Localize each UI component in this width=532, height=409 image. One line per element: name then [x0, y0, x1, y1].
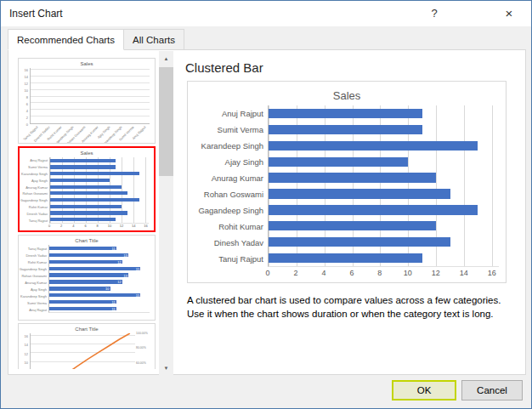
- category-axis: Anuj RajputSumit VermaKarandeep SinghAja…: [190, 105, 268, 267]
- category-label: Anuj Rajput: [21, 157, 49, 164]
- axis-tick-label: 12: [25, 351, 28, 355]
- bar: [269, 125, 422, 134]
- axis-tick-label: 6: [349, 269, 354, 277]
- bar: [50, 198, 139, 202]
- category-label: Karandeep Singh: [20, 293, 48, 299]
- axis-tick-label: 10: [25, 361, 28, 365]
- axis-tick-label: 0: [265, 269, 269, 277]
- axis-tick-label: 8: [377, 269, 382, 277]
- help-icon[interactable]: ?: [421, 1, 448, 26]
- data-label: 11: [112, 307, 116, 311]
- dialog-footer: OK Cancel: [1, 373, 531, 408]
- tab-all-charts[interactable]: All Charts: [124, 29, 184, 50]
- category-label: Karandeep Singh: [21, 171, 49, 178]
- axis-tick-label: 6: [84, 224, 86, 228]
- close-icon[interactable]: ×: [492, 1, 526, 26]
- cancel-button[interactable]: Cancel: [461, 380, 523, 400]
- axis-tick-label: 6: [26, 102, 28, 106]
- bar: [50, 185, 122, 189]
- axis-tick-label: 2: [293, 269, 297, 277]
- axis-tick-label: 2: [60, 224, 62, 228]
- scrollbar-up-icon[interactable]: ▲: [159, 51, 173, 65]
- category-label: Ajay Singh: [190, 154, 268, 170]
- bar: [269, 237, 450, 247]
- axis-tick-label: 0: [48, 224, 50, 228]
- category-label: Anurag Kumar: [20, 279, 48, 286]
- bar: [269, 109, 422, 118]
- bar: [50, 218, 116, 221]
- data-label: 13: [124, 273, 127, 277]
- category-label: Dinesh Yadav: [21, 210, 49, 217]
- thumbnail-scrollbar[interactable]: ▲ ▼: [159, 51, 173, 375]
- bar: 11: [49, 247, 116, 250]
- plot-area: [268, 105, 499, 267]
- axis-tick-label: 2: [26, 116, 28, 120]
- chart-title: Sales: [188, 82, 506, 105]
- bar: [50, 211, 127, 214]
- axis-tick-label: 60.00%: [136, 361, 146, 365]
- category-label: Rohan Goswami: [20, 272, 48, 279]
- bar: [50, 165, 116, 168]
- plot-area: [30, 68, 150, 124]
- plot-area: 11131215131210151111: [48, 245, 150, 313]
- chart-thumbnail-list: Sales0246810121416Tanuj RajputDinesh Yad…: [18, 58, 159, 369]
- bar: 11: [49, 300, 116, 304]
- axis-tick-label: 12: [432, 269, 440, 277]
- thumbnail-bar-with-data-labels[interactable]: Chart TitleTanuj RajputDinesh YadavRohit…: [18, 235, 156, 321]
- category-label: Anuj Rajput: [190, 105, 268, 122]
- bar: [50, 179, 110, 182]
- chart-title: Chart Title: [19, 236, 155, 245]
- chart-title: Sales: [20, 148, 154, 157]
- axis-tick-label: 80.00%: [136, 346, 146, 349]
- bar: [269, 189, 450, 198]
- thumbnail-pareto[interactable]: Chart Title02468101214160.00%20.00%40.00…: [18, 323, 156, 369]
- plot-area: [49, 157, 149, 224]
- axis-tick-label: 16: [25, 68, 28, 72]
- chart-title: Chart Title: [19, 324, 155, 333]
- category-axis: Tanuj RajputDinesh YadavRohit KumarGagan…: [20, 124, 150, 142]
- bar: 10: [49, 287, 110, 290]
- category-label: Tanuj Rajput: [190, 251, 268, 267]
- bar: [50, 191, 127, 195]
- thumbnail-clustered-bar-selected[interactable]: SalesAnuj RajputSumit VermaKarandeep Sin…: [18, 146, 156, 232]
- category-label: Tanuj Rajput: [21, 217, 49, 224]
- scrollbar-track[interactable]: [159, 65, 173, 361]
- tab-recommended-charts[interactable]: Recommended Charts: [8, 29, 124, 50]
- bar: 12: [49, 260, 122, 264]
- bar: [269, 221, 436, 230]
- bar: 11: [49, 307, 116, 310]
- bar: [269, 173, 436, 182]
- axis-tick-label: 16: [25, 333, 28, 338]
- data-label: 15: [136, 293, 139, 298]
- data-label: 15: [136, 266, 139, 270]
- category-label: Ajay Singh: [21, 177, 49, 184]
- axis-tick-label: 4: [26, 109, 28, 113]
- value-axis: [20, 313, 150, 319]
- category-label: Rohit Kumar: [21, 204, 49, 211]
- category-label: Rohan Goswami: [190, 186, 268, 202]
- thumbnail-clustered-column[interactable]: Sales0246810121416Tanuj RajputDinesh Yad…: [18, 58, 156, 144]
- data-label: 11: [112, 246, 116, 250]
- bar: 15: [49, 267, 140, 270]
- plot-area: [30, 333, 135, 369]
- axis-tick-label: 4: [321, 269, 325, 277]
- bar: [269, 141, 478, 151]
- category-label: Sumit Verma: [21, 164, 49, 171]
- axis-tick-label: 10: [108, 224, 111, 228]
- bar: [269, 157, 408, 167]
- value-axis: 0246810121416: [21, 224, 149, 230]
- category-label: Tanuj Rajput: [20, 245, 48, 252]
- cumulative-line: [31, 333, 135, 369]
- category-label: Sumit Verma: [20, 299, 48, 306]
- value-axis: 0246810121416: [20, 68, 30, 124]
- axis-tick-label: 100.00%: [136, 332, 148, 335]
- category-label: Gagandeep Singh: [20, 265, 48, 272]
- category-label: Anurag Kumar: [21, 184, 49, 190]
- data-label: 13: [124, 253, 127, 257]
- bar: [269, 253, 422, 263]
- category-label: Anuj Rajput: [20, 306, 48, 313]
- ok-button[interactable]: OK: [392, 380, 456, 400]
- value-axis: 0246810121416: [20, 333, 30, 369]
- scrollbar-thumb[interactable]: [159, 67, 173, 176]
- axis-tick-label: 0: [26, 122, 28, 127]
